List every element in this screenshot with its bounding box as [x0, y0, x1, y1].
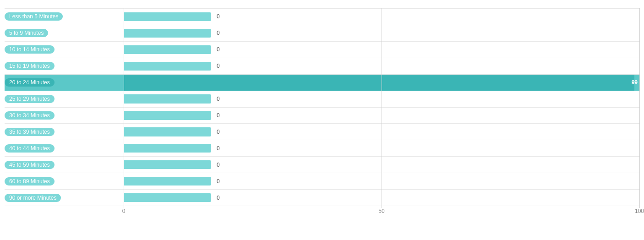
- bar-fill: [124, 75, 634, 91]
- label-pill: 90 or more Minutes: [5, 194, 61, 202]
- bar-fill: [124, 45, 211, 54]
- bar-value: 0: [217, 145, 220, 152]
- label-pill: 15 to 19 Minutes: [5, 62, 55, 70]
- bar-area: 0: [124, 42, 639, 58]
- bar-row: 60 to 89 Minutes0: [5, 173, 639, 189]
- bar-area: 99: [124, 75, 639, 91]
- bar-fill: [124, 111, 211, 120]
- label-pill: 35 to 39 Minutes: [5, 128, 55, 136]
- bar-value: 0: [217, 112, 220, 119]
- chart-container: Less than 5 Minutes05 to 9 Minutes010 to…: [0, 0, 644, 240]
- bar-value: 0: [217, 13, 220, 20]
- label-area: 10 to 14 Minutes: [5, 45, 124, 54]
- label-pill: 20 to 24 Minutes: [5, 78, 55, 87]
- label-area: 20 to 24 Minutes: [5, 78, 124, 87]
- label-area: 90 or more Minutes: [5, 194, 124, 202]
- label-pill: 60 to 89 Minutes: [5, 177, 55, 185]
- label-pill: 30 to 34 Minutes: [5, 111, 55, 120]
- bar-value: 0: [217, 96, 220, 102]
- label-area: 40 to 44 Minutes: [5, 144, 124, 153]
- bar-row: 30 to 34 Minutes0: [5, 107, 639, 124]
- chart-body: Less than 5 Minutes05 to 9 Minutes010 to…: [5, 8, 639, 217]
- bar-row: 90 or more Minutes0: [5, 189, 639, 206]
- bar-row: Less than 5 Minutes0: [5, 8, 639, 25]
- label-area: 60 to 89 Minutes: [5, 177, 124, 185]
- bar-value: 0: [217, 178, 220, 185]
- bar-area: 0: [124, 58, 639, 74]
- label-area: 25 to 29 Minutes: [5, 95, 124, 103]
- label-area: 15 to 19 Minutes: [5, 62, 124, 70]
- x-tick-label: 100: [635, 208, 644, 214]
- label-pill: 10 to 14 Minutes: [5, 45, 55, 54]
- bar-area: 0: [124, 124, 639, 140]
- label-area: 35 to 39 Minutes: [5, 128, 124, 136]
- bar-value: 0: [217, 162, 220, 168]
- bar-row: 5 to 9 Minutes0: [5, 25, 639, 41]
- bar-fill: [124, 127, 211, 136]
- x-tick-label: 50: [378, 208, 384, 214]
- bar-fill: [124, 177, 211, 185]
- bar-value: 99: [632, 79, 638, 86]
- bar-area: 0: [124, 157, 639, 173]
- bar-area: 0: [124, 173, 639, 189]
- bar-fill: [124, 12, 211, 21]
- bar-value: 0: [217, 46, 220, 53]
- bar-area: 0: [124, 91, 639, 107]
- label-area: 30 to 34 Minutes: [5, 111, 124, 120]
- bar-area: 0: [124, 9, 639, 25]
- x-axis: 050100: [124, 208, 639, 217]
- label-pill: 40 to 44 Minutes: [5, 144, 55, 153]
- bar-area: 0: [124, 190, 639, 206]
- bar-fill: [124, 193, 211, 202]
- bar-area: 0: [124, 108, 639, 124]
- label-area: Less than 5 Minutes: [5, 12, 124, 21]
- bar-value: 0: [217, 63, 220, 69]
- bar-fill: [124, 160, 211, 169]
- bar-row: 10 to 14 Minutes0: [5, 41, 639, 58]
- bar-fill: [124, 29, 211, 38]
- bar-fill: [124, 62, 211, 71]
- bar-row: 25 to 29 Minutes0: [5, 91, 639, 107]
- bar-fill: [124, 94, 211, 103]
- label-area: 45 to 59 Minutes: [5, 161, 124, 169]
- label-pill: 5 to 9 Minutes: [5, 29, 48, 37]
- bar-row: 15 to 19 Minutes0: [5, 58, 639, 74]
- grid-line: [639, 8, 640, 208]
- bar-row: 45 to 59 Minutes0: [5, 156, 639, 173]
- label-pill: 45 to 59 Minutes: [5, 161, 55, 169]
- bar-value: 0: [217, 30, 220, 36]
- rows-area: Less than 5 Minutes05 to 9 Minutes010 to…: [5, 8, 639, 206]
- label-pill: Less than 5 Minutes: [5, 12, 63, 21]
- bar-row: 20 to 24 Minutes99: [5, 74, 639, 91]
- bar-area: 0: [124, 25, 639, 41]
- label-area: 5 to 9 Minutes: [5, 29, 124, 37]
- x-tick-label: 0: [122, 208, 126, 214]
- bar-row: 40 to 44 Minutes0: [5, 140, 639, 156]
- bar-area: 0: [124, 140, 639, 156]
- label-pill: 25 to 29 Minutes: [5, 95, 55, 103]
- bar-fill: [124, 144, 211, 153]
- bar-value: 0: [217, 195, 220, 201]
- bar-value: 0: [217, 129, 220, 135]
- bar-row: 35 to 39 Minutes0: [5, 123, 639, 140]
